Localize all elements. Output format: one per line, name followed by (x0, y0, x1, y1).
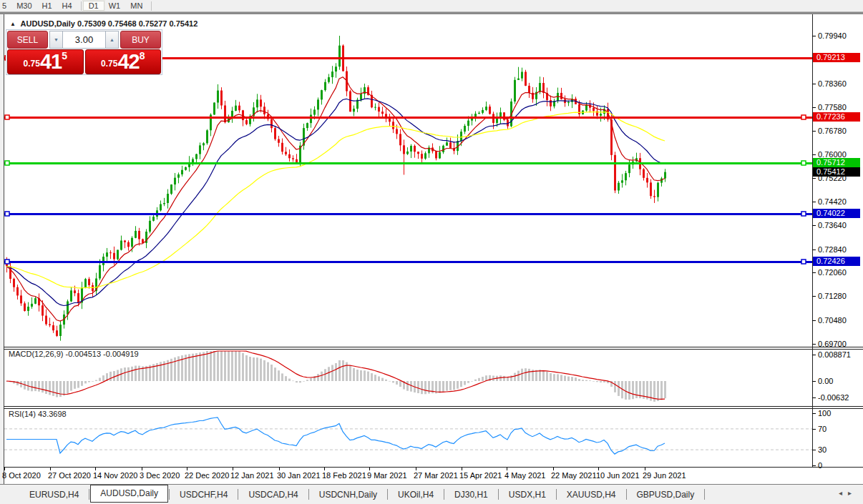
trendline-handle[interactable] (801, 161, 806, 165)
date-tick-mark (645, 468, 645, 470)
tab-gbpusd-daily[interactable]: GBPUSD,Daily (628, 488, 704, 502)
price-tick-mark (812, 154, 816, 155)
macd-tick-label: 0.00 (818, 377, 833, 385)
price-tick-label: 0.78360 (818, 79, 847, 88)
symbol-tab-bar: EURUSD,H4AUDUSD,DailyUSDCHF,H4USDCAD,H4U… (0, 484, 863, 504)
rsi-tick-label: 0 (818, 461, 822, 470)
tab-usdchf-h4[interactable]: USDCHF,H4 (170, 488, 237, 502)
trendline-handle[interactable] (5, 115, 9, 119)
rsi-indicator-label: RSI(14) 43.3698 (9, 410, 67, 418)
tab-usdx-h1[interactable]: USDX,H1 (499, 488, 555, 502)
pane-separator[interactable] (4, 406, 863, 407)
timeframe-button-mn[interactable]: MN (125, 1, 148, 11)
timeframe-button-w1[interactable]: W1 (103, 1, 127, 11)
sell-price-pip: 5 (62, 51, 67, 61)
price-badge-074022: 0.74022 (813, 209, 860, 218)
trendline-handle[interactable] (801, 115, 806, 119)
tab-dj30-h1[interactable]: DJ30,H1 (445, 488, 497, 502)
tab-scroll-right-icon[interactable]: ▸ (848, 489, 857, 497)
toolbar-separator (151, 1, 152, 11)
timeframe-button-h1[interactable]: H1 (36, 1, 58, 11)
date-tick-mark (598, 468, 599, 470)
date-tick-mark (95, 468, 96, 470)
price-tick-label: 0.72840 (818, 245, 847, 254)
candles-group (6, 36, 666, 341)
tab-separator (704, 489, 705, 500)
date-tick-mark (507, 468, 507, 470)
date-tick-mark (4, 468, 5, 470)
price-tick-label: 0.72060 (818, 268, 847, 277)
date-tick-mark (233, 468, 233, 470)
rsi-tick-mark (812, 429, 816, 430)
tab-separator (444, 489, 444, 500)
date-tick-mark (369, 468, 370, 470)
price-tick-mark (812, 107, 816, 108)
timeframe-button-d1[interactable]: D1 (83, 1, 104, 11)
sell-button[interactable]: SELL (7, 31, 48, 49)
volume-field[interactable]: 3.00 (63, 31, 105, 49)
tab-audusd-daily[interactable]: AUDUSD,Daily (90, 485, 168, 503)
pane-separator[interactable] (4, 347, 863, 347)
date-axis-line (4, 467, 863, 468)
trendline-handle[interactable] (5, 212, 9, 216)
hline-0.72426[interactable] (4, 261, 812, 263)
collapse-triangle-icon[interactable]: ▲ (10, 21, 16, 27)
date-tick-mark (142, 468, 142, 470)
trendline-handle[interactable] (5, 161, 9, 165)
date-tick-label: 15 Apr 2021 (459, 471, 502, 480)
triangle-up-icon: ▲ (109, 37, 114, 42)
trendline-handle[interactable] (5, 260, 9, 264)
price-tick-mark (812, 178, 816, 179)
tab-scroll-arrows: ◂▸ (839, 489, 857, 497)
hline-0.77236[interactable] (4, 117, 812, 119)
tab-separator (556, 489, 557, 500)
hline-0.75712[interactable] (4, 162, 812, 164)
chart-ohlc-values: 0.75309 0.75468 0.75277 0.75412 (77, 19, 198, 28)
date-tick-mark (279, 468, 280, 470)
rsi-tick-mark (812, 465, 816, 466)
price-tick-mark (812, 296, 816, 297)
buy-price-prefix: 0.75 (101, 55, 117, 72)
tab-eurusd-h4[interactable]: EURUSD,H4 (20, 488, 88, 502)
buy-button[interactable]: BUY (120, 31, 161, 49)
tab-usdcnh-daily[interactable]: USDCNH,Daily (310, 488, 386, 502)
buy-price-pip: 8 (140, 51, 145, 61)
trendline-handle[interactable] (801, 260, 806, 264)
price-tick-mark (812, 84, 816, 84)
price-tick-mark (812, 36, 816, 36)
date-tick-mark (50, 468, 51, 470)
volume-increase-button[interactable]: ▲ (105, 31, 119, 49)
macd-tick-mark (812, 397, 816, 398)
sell-price-quote[interactable]: 0.75415 (7, 49, 84, 74)
price-tick-label: 0.73640 (818, 221, 847, 229)
price-tick-mark (812, 202, 816, 202)
trendline-handle[interactable] (801, 212, 806, 216)
rsi-tick-mark (812, 450, 816, 450)
buy-price-quote[interactable]: 0.75428 (85, 49, 162, 74)
tab-xauusd-h4[interactable]: XAUUSD,H4 (557, 488, 625, 502)
timeframe-button-m30[interactable]: M30 (11, 1, 37, 11)
date-tick-label: 22 May 2021 (551, 471, 597, 480)
toolbar-separator (81, 1, 82, 11)
hline-0.74022[interactable] (4, 213, 812, 215)
rsi-tick-label: 30 (818, 445, 827, 454)
rsi-chart-canvas[interactable] (4, 409, 812, 467)
price-tick-mark (812, 320, 816, 321)
macd-tick-label: 0.008871 (818, 350, 851, 359)
price-tick-mark (812, 249, 816, 250)
tab-scroll-left-icon[interactable]: ◂ (839, 489, 848, 497)
price-badge-075712: 0.75712 (813, 158, 860, 167)
volume-stepper: ▼ 3.00 ▲ (49, 31, 119, 49)
tab-ukoil-h4[interactable]: UKOil,H4 (389, 488, 443, 502)
price-tick-mark (812, 225, 816, 226)
triangle-down-icon: ▼ (54, 37, 59, 42)
price-tick-mark (812, 131, 816, 132)
timeframe-button-h4[interactable]: H4 (57, 1, 78, 11)
date-tick-label: 10 Jun 2021 (596, 471, 640, 480)
tab-usdcad-h4[interactable]: USDCAD,H4 (239, 488, 307, 502)
sell-price-main: 41 (40, 51, 62, 72)
price-badge-072426: 0.72426 (813, 257, 860, 266)
tab-separator (308, 489, 309, 500)
volume-decrease-button[interactable]: ▼ (49, 31, 63, 49)
macd-indicator-label: MACD(12,26,9) -0.004513 -0.004919 (9, 350, 139, 358)
